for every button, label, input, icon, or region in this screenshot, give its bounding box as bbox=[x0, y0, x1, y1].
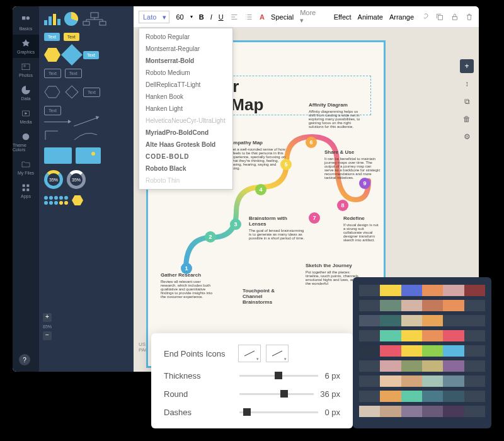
palette-row[interactable] bbox=[359, 300, 485, 311]
swatch[interactable] bbox=[359, 375, 380, 387]
text-outline4[interactable]: Text bbox=[44, 106, 61, 115]
arrow-line-diag[interactable] bbox=[74, 117, 98, 127]
text-shape[interactable]: Text bbox=[44, 33, 60, 41]
endpoint-end[interactable] bbox=[266, 345, 289, 362]
swatch[interactable] bbox=[380, 391, 401, 402]
swatch[interactable] bbox=[443, 360, 464, 372]
palette-row[interactable] bbox=[359, 330, 485, 341]
swatch[interactable] bbox=[443, 315, 464, 326]
swatch[interactable] bbox=[380, 330, 401, 341]
font-option[interactable]: Alte Haas Grotesk Bold bbox=[139, 139, 232, 151]
swatch[interactable] bbox=[359, 330, 380, 341]
swatch[interactable] bbox=[422, 360, 443, 372]
font-option[interactable]: Hanken Light bbox=[139, 103, 232, 115]
font-option[interactable]: Roboto Thin bbox=[139, 175, 232, 186]
swatch[interactable] bbox=[401, 360, 422, 372]
swatch[interactable] bbox=[401, 300, 422, 311]
text-pill[interactable]: Text bbox=[83, 51, 99, 59]
nav-theme-colors[interactable]: Theme Colors bbox=[13, 128, 39, 156]
palette-row[interactable] bbox=[359, 391, 485, 402]
effect-button[interactable]: Effect bbox=[334, 13, 352, 21]
elbow-line[interactable] bbox=[44, 129, 69, 141]
font-dropdown[interactable]: Roboto Regular Montserrat-Regular Montse… bbox=[139, 28, 233, 190]
font-option[interactable]: CODE-BOLD bbox=[139, 151, 232, 163]
font-option[interactable]: Roboto Regular bbox=[139, 31, 232, 43]
zoom-out-button[interactable]: − bbox=[43, 331, 52, 340]
bold-button[interactable]: B bbox=[199, 13, 204, 21]
arrow-line[interactable] bbox=[44, 122, 69, 122]
swatch[interactable] bbox=[464, 391, 485, 402]
node-8[interactable]: 8 bbox=[337, 200, 348, 211]
swatch[interactable] bbox=[401, 345, 422, 357]
swatch[interactable] bbox=[401, 315, 422, 326]
more-button[interactable]: More ▾ bbox=[300, 9, 321, 25]
endpoint-start[interactable] bbox=[238, 345, 261, 362]
map-shape[interactable] bbox=[76, 147, 101, 164]
font-selector[interactable]: Lato▾ bbox=[139, 11, 169, 23]
swatch[interactable] bbox=[359, 315, 380, 326]
nav-data[interactable]: Data bbox=[13, 81, 39, 105]
diamond-outline[interactable] bbox=[64, 84, 79, 100]
swatch[interactable] bbox=[359, 300, 380, 311]
swatch[interactable] bbox=[380, 375, 401, 387]
text-shape-yellow[interactable]: Text bbox=[64, 33, 79, 41]
duplicate-icon[interactable]: ⧉ bbox=[460, 94, 474, 108]
swatch[interactable] bbox=[380, 300, 401, 311]
swatch[interactable] bbox=[464, 375, 485, 387]
thickness-slider[interactable] bbox=[239, 375, 318, 377]
swatch[interactable] bbox=[401, 375, 422, 387]
zoom-in-button[interactable]: + bbox=[43, 313, 52, 322]
animate-button[interactable]: Animate bbox=[358, 13, 383, 21]
diamond-blue[interactable] bbox=[61, 44, 83, 66]
palette-row[interactable] bbox=[359, 360, 485, 372]
font-option[interactable]: MyriadPro-BoldCond bbox=[139, 127, 232, 139]
font-option[interactable]: Hanken Book bbox=[139, 91, 232, 103]
palette-row[interactable] bbox=[359, 406, 485, 417]
swatch[interactable] bbox=[464, 315, 485, 326]
flowchart-icon[interactable] bbox=[82, 11, 107, 26]
text-outline[interactable]: Text bbox=[44, 69, 61, 78]
swatch[interactable] bbox=[443, 300, 464, 311]
table-shape[interactable] bbox=[44, 147, 72, 164]
link-icon[interactable] bbox=[420, 13, 429, 21]
swatch[interactable] bbox=[422, 375, 443, 387]
nav-graphics[interactable]: Graphics bbox=[13, 35, 39, 58]
palette-row[interactable] bbox=[359, 375, 485, 387]
node-4[interactable]: 4 bbox=[255, 184, 266, 195]
palette-row[interactable] bbox=[359, 285, 485, 296]
line-properties-panel[interactable]: End Points Icons Thickness6 px Round36 p… bbox=[151, 333, 353, 428]
swatch[interactable] bbox=[443, 375, 464, 387]
align-icon[interactable] bbox=[230, 13, 239, 21]
lock-icon[interactable] bbox=[450, 13, 459, 21]
font-option[interactable]: Montserrat-Regular bbox=[139, 43, 232, 55]
nav-media[interactable]: Media bbox=[13, 105, 39, 128]
italic-button[interactable]: I bbox=[210, 13, 212, 21]
trash-icon[interactable] bbox=[465, 13, 474, 21]
swatch[interactable] bbox=[422, 391, 443, 402]
node-7[interactable]: 7 bbox=[309, 212, 320, 224]
swatch[interactable] bbox=[359, 360, 380, 372]
swatch[interactable] bbox=[359, 345, 380, 357]
dot-matrix[interactable] bbox=[44, 196, 68, 205]
swatch[interactable] bbox=[443, 391, 464, 402]
curve-line[interactable] bbox=[73, 129, 98, 141]
swatch[interactable] bbox=[443, 285, 464, 296]
swatch[interactable] bbox=[422, 330, 443, 341]
node-3[interactable]: 3 bbox=[230, 219, 241, 230]
add-button[interactable]: + bbox=[460, 59, 474, 73]
donut-chart-2[interactable]: 35% bbox=[67, 170, 86, 189]
swatch[interactable] bbox=[422, 345, 443, 357]
nav-photos[interactable]: Photos bbox=[13, 58, 39, 81]
hexagon-outline[interactable] bbox=[44, 85, 60, 99]
swatch[interactable] bbox=[422, 285, 443, 296]
swatch[interactable] bbox=[359, 406, 380, 417]
nav-apps[interactable]: Apps bbox=[13, 179, 39, 202]
font-option[interactable]: Montserrat-Bold bbox=[139, 55, 232, 67]
swatch[interactable] bbox=[380, 285, 401, 296]
swatch[interactable] bbox=[359, 391, 380, 402]
special-button[interactable]: Special bbox=[271, 13, 294, 21]
bar-chart-icon[interactable] bbox=[44, 13, 60, 25]
delete-icon[interactable]: 🗑 bbox=[460, 112, 474, 126]
swatch[interactable] bbox=[380, 406, 401, 417]
color-palette-panel[interactable] bbox=[353, 277, 491, 428]
